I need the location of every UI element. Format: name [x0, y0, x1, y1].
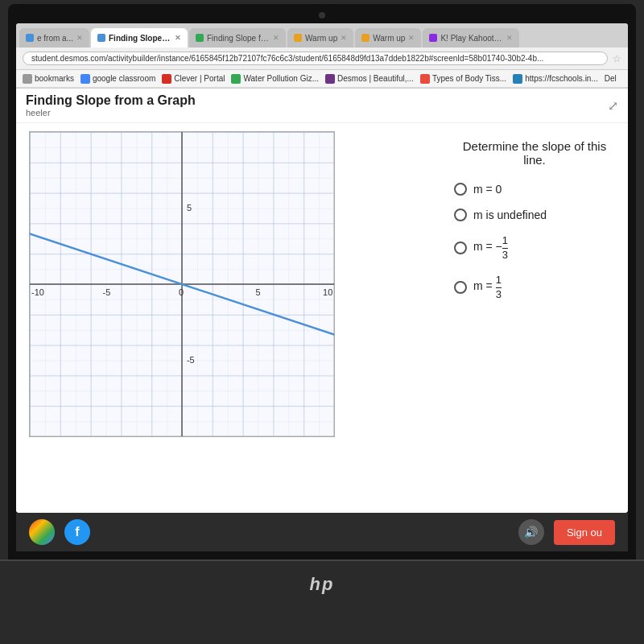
tab-close-4[interactable]: ✕: [341, 34, 347, 42]
bookmark-icon-1: [23, 74, 32, 84]
bookmark-water-pollution[interactable]: Water Pollution Giz...: [231, 74, 319, 84]
tab-label-4: Warm up: [305, 34, 337, 43]
bookmark-label-8: Del: [605, 74, 617, 83]
bookmark-icon-6: [420, 74, 430, 84]
graph-svg: -10 -5 0 5 10 5 -5: [30, 132, 334, 436]
radio-circle-3: [454, 242, 467, 254]
bookmark-label-2: google classroom: [93, 74, 155, 83]
radio-label-3: m = − 1 3: [473, 234, 508, 261]
bookmark-clever[interactable]: Clever | Portal: [162, 74, 225, 84]
tab-close-2[interactable]: ✕: [175, 34, 181, 42]
tab-favicon-3: [196, 34, 204, 42]
tab-favicon-5: [361, 34, 369, 42]
bookmark-icon-5: [325, 74, 335, 84]
main-area: -10 -5 0 5 10 5 -5: [16, 123, 628, 513]
bookmark-icon-7: [513, 74, 522, 84]
tab-2-active[interactable]: Finding Slope from a... ✕: [91, 28, 188, 47]
option-m-one-third[interactable]: m = 1 3: [454, 274, 615, 300]
taskbar-right: 🔊 Sign ou: [518, 519, 615, 545]
hp-logo: hp: [310, 574, 335, 595]
bookmark-body-tissue[interactable]: Types of Body Tiss...: [420, 74, 506, 84]
tab-favicon-4: [294, 34, 302, 42]
sign-out-button[interactable]: Sign ou: [554, 520, 615, 545]
radio-label-1: m = 0: [473, 183, 502, 196]
bookmark-label-7: https://fcschools.in...: [525, 74, 598, 83]
option-m-zero[interactable]: m = 0: [454, 183, 615, 196]
fraction-den-3: 3: [502, 249, 508, 262]
bookmark-icon-2: [80, 74, 90, 84]
keyboard-area: hp: [0, 559, 644, 608]
taskbar-left: f: [29, 519, 90, 545]
tab-close-6[interactable]: ✕: [506, 34, 513, 42]
page-subtitle: heeler: [26, 108, 196, 118]
files-icon[interactable]: f: [64, 519, 90, 545]
expand-icon[interactable]: ⤢: [608, 98, 618, 114]
url-bar[interactable]: student.desmos.com/activitybuilder/insta…: [23, 52, 608, 65]
tab-favicon-1: [26, 34, 34, 42]
fraction-1-3: 1 3: [496, 274, 502, 300]
bookmark-icon-3: [162, 74, 171, 84]
graph-section: -10 -5 0 5 10 5 -5: [29, 131, 438, 505]
screen-bezel: e from a... ✕ Finding Slope from a... ✕ …: [8, 4, 636, 559]
bookmark-label-3: Clever | Portal: [174, 74, 225, 83]
fraction-den-4: 3: [496, 288, 502, 301]
tab-favicon-2: [97, 34, 105, 42]
svg-text:0: 0: [179, 287, 184, 297]
bookmark-google-classroom[interactable]: google classroom: [80, 74, 155, 84]
tab-6[interactable]: K! Play Kahoot! - Enter... ✕: [423, 28, 519, 47]
files-icon-label: f: [75, 525, 79, 539]
bookmark-label-4: Water Pollution Giz...: [243, 74, 319, 83]
radio-circle-1: [454, 183, 467, 196]
tab-bar: e from a... ✕ Finding Slope from a... ✕ …: [16, 23, 628, 47]
page-title: Finding Slope from a Graph: [26, 93, 196, 108]
bookmark-fcschools[interactable]: https://fcschools.in...: [513, 74, 598, 84]
svg-text:5: 5: [187, 203, 192, 213]
question-prompt: Determine the slope of this line.: [454, 139, 615, 167]
svg-text:10: 10: [323, 287, 332, 297]
svg-text:-10: -10: [31, 287, 44, 297]
radio-circle-4: [454, 281, 467, 294]
laptop-frame: e from a... ✕ Finding Slope from a... ✕ …: [0, 0, 644, 644]
bookmark-label-1: bookmarks: [35, 74, 74, 83]
tab-close-1[interactable]: ✕: [76, 34, 83, 42]
tab-label-3: Finding Slope from a...: [207, 34, 270, 43]
speaker-icon[interactable]: 🔊: [518, 519, 544, 545]
bookmark-star-icon[interactable]: ☆: [613, 53, 621, 64]
radio-options: m = 0 m is undefined m: [454, 183, 615, 300]
bookmark-desmos[interactable]: Desmos | Beautiful,...: [325, 74, 414, 84]
tab-4[interactable]: Warm up ✕: [287, 28, 353, 47]
graph-container: -10 -5 0 5 10 5 -5: [29, 131, 335, 437]
taskbar: f 🔊 Sign ou: [16, 513, 628, 551]
screen-content: e from a... ✕ Finding Slope from a... ✕ …: [16, 23, 628, 513]
camera-dot: [319, 12, 325, 19]
radio-label-2: m is undefined: [473, 208, 547, 221]
page-header: Finding Slope from a Graph heeler ⤢: [16, 89, 628, 123]
bookmark-label-5: Desmos | Beautiful,...: [337, 74, 414, 83]
address-bar: student.desmos.com/activitybuilder/insta…: [16, 47, 628, 70]
option-m-undefined[interactable]: m is undefined: [454, 208, 615, 221]
radio-label-4: m = 1 3: [473, 274, 502, 300]
bookmark-label-6: Types of Body Tiss...: [432, 74, 506, 83]
tab-close-3[interactable]: ✕: [273, 34, 279, 42]
tab-1[interactable]: e from a... ✕: [19, 28, 89, 47]
radio-circle-2: [454, 208, 467, 221]
tab-close-5[interactable]: ✕: [408, 34, 415, 42]
browser-chrome: e from a... ✕ Finding Slope from a... ✕ …: [16, 23, 628, 89]
tab-5[interactable]: Warm up ✕: [355, 28, 421, 47]
speaker-symbol: 🔊: [524, 526, 538, 539]
svg-text:5: 5: [256, 287, 261, 297]
fraction-num-4: 1: [496, 274, 502, 288]
page-content: Finding Slope from a Graph heeler ⤢: [16, 89, 628, 513]
chrome-browser-icon[interactable]: [29, 519, 55, 545]
svg-text:-5: -5: [103, 287, 111, 297]
option-m-neg-one-third[interactable]: m = − 1 3: [454, 234, 615, 261]
fraction-neg-1-3: 1 3: [502, 234, 508, 261]
tab-label-6: K! Play Kahoot! - Enter...: [440, 34, 503, 43]
fraction-num-3: 1: [502, 234, 508, 249]
bookmarks-bar: bookmarks google classroom Clever | Port…: [16, 70, 628, 88]
bookmark-del[interactable]: Del: [605, 74, 617, 83]
bookmark-icon-4: [231, 74, 241, 84]
question-section: Determine the slope of this line. m = 0 …: [454, 131, 615, 505]
bookmark-bookmarks[interactable]: bookmarks: [23, 74, 74, 84]
tab-3[interactable]: Finding Slope from a... ✕: [189, 28, 286, 47]
